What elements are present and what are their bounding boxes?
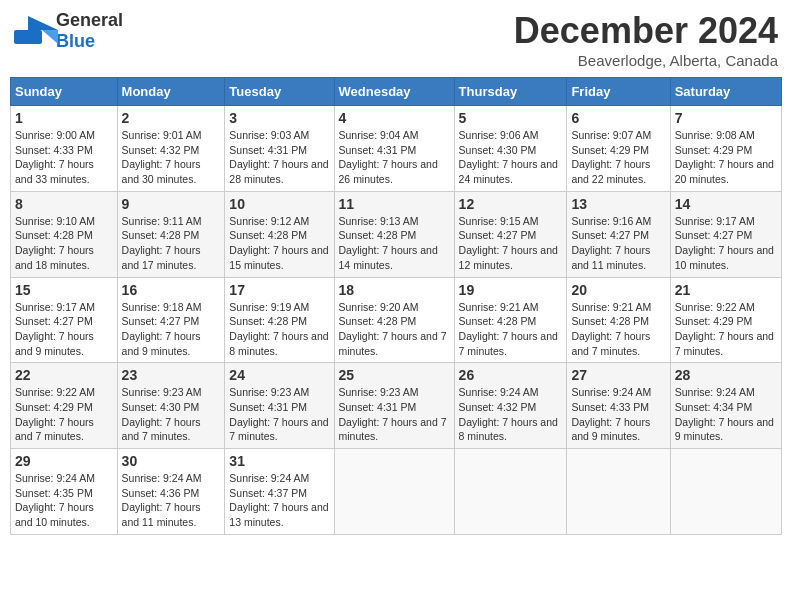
day-cell: 3 Sunrise: 9:03 AM Sunset: 4:31 PM Dayli… bbox=[225, 106, 334, 192]
day-number: 6 bbox=[571, 110, 665, 126]
header-saturday: Saturday bbox=[670, 78, 781, 106]
day-number: 2 bbox=[122, 110, 221, 126]
day-info: Sunrise: 9:19 AM Sunset: 4:28 PM Dayligh… bbox=[229, 300, 329, 359]
calendar-body: 1 Sunrise: 9:00 AM Sunset: 4:33 PM Dayli… bbox=[11, 106, 782, 535]
calendar-table: SundayMondayTuesdayWednesdayThursdayFrid… bbox=[10, 77, 782, 535]
page-header: General Blue December 2024 Beaverlodge, … bbox=[10, 10, 782, 69]
day-info: Sunrise: 9:22 AM Sunset: 4:29 PM Dayligh… bbox=[675, 300, 777, 359]
day-number: 27 bbox=[571, 367, 665, 383]
day-info: Sunrise: 9:24 AM Sunset: 4:36 PM Dayligh… bbox=[122, 471, 221, 530]
logo-blue: Blue bbox=[56, 31, 95, 51]
week-row-1: 1 Sunrise: 9:00 AM Sunset: 4:33 PM Dayli… bbox=[11, 106, 782, 192]
day-cell: 7 Sunrise: 9:08 AM Sunset: 4:29 PM Dayli… bbox=[670, 106, 781, 192]
day-cell: 9 Sunrise: 9:11 AM Sunset: 4:28 PM Dayli… bbox=[117, 191, 225, 277]
day-number: 31 bbox=[229, 453, 329, 469]
day-cell: 25 Sunrise: 9:23 AM Sunset: 4:31 PM Dayl… bbox=[334, 363, 454, 449]
day-cell bbox=[670, 449, 781, 535]
day-cell: 18 Sunrise: 9:20 AM Sunset: 4:28 PM Dayl… bbox=[334, 277, 454, 363]
day-cell: 22 Sunrise: 9:22 AM Sunset: 4:29 PM Dayl… bbox=[11, 363, 118, 449]
day-info: Sunrise: 9:07 AM Sunset: 4:29 PM Dayligh… bbox=[571, 128, 665, 187]
day-cell: 2 Sunrise: 9:01 AM Sunset: 4:32 PM Dayli… bbox=[117, 106, 225, 192]
day-cell: 20 Sunrise: 9:21 AM Sunset: 4:28 PM Dayl… bbox=[567, 277, 670, 363]
day-info: Sunrise: 9:04 AM Sunset: 4:31 PM Dayligh… bbox=[339, 128, 450, 187]
day-number: 21 bbox=[675, 282, 777, 298]
svg-marker-2 bbox=[42, 30, 58, 44]
day-number: 5 bbox=[459, 110, 563, 126]
day-number: 18 bbox=[339, 282, 450, 298]
day-cell bbox=[334, 449, 454, 535]
day-number: 16 bbox=[122, 282, 221, 298]
day-cell: 30 Sunrise: 9:24 AM Sunset: 4:36 PM Dayl… bbox=[117, 449, 225, 535]
header-monday: Monday bbox=[117, 78, 225, 106]
day-info: Sunrise: 9:17 AM Sunset: 4:27 PM Dayligh… bbox=[675, 214, 777, 273]
header-thursday: Thursday bbox=[454, 78, 567, 106]
day-info: Sunrise: 9:06 AM Sunset: 4:30 PM Dayligh… bbox=[459, 128, 563, 187]
day-number: 22 bbox=[15, 367, 113, 383]
day-number: 20 bbox=[571, 282, 665, 298]
day-cell: 8 Sunrise: 9:10 AM Sunset: 4:28 PM Dayli… bbox=[11, 191, 118, 277]
week-row-4: 22 Sunrise: 9:22 AM Sunset: 4:29 PM Dayl… bbox=[11, 363, 782, 449]
day-cell: 13 Sunrise: 9:16 AM Sunset: 4:27 PM Dayl… bbox=[567, 191, 670, 277]
day-info: Sunrise: 9:24 AM Sunset: 4:37 PM Dayligh… bbox=[229, 471, 329, 530]
day-info: Sunrise: 9:18 AM Sunset: 4:27 PM Dayligh… bbox=[122, 300, 221, 359]
day-number: 10 bbox=[229, 196, 329, 212]
logo-text: General Blue bbox=[56, 10, 123, 52]
day-number: 19 bbox=[459, 282, 563, 298]
day-number: 3 bbox=[229, 110, 329, 126]
day-cell: 12 Sunrise: 9:15 AM Sunset: 4:27 PM Dayl… bbox=[454, 191, 567, 277]
week-row-2: 8 Sunrise: 9:10 AM Sunset: 4:28 PM Dayli… bbox=[11, 191, 782, 277]
day-info: Sunrise: 9:23 AM Sunset: 4:31 PM Dayligh… bbox=[229, 385, 329, 444]
day-number: 17 bbox=[229, 282, 329, 298]
day-info: Sunrise: 9:23 AM Sunset: 4:30 PM Dayligh… bbox=[122, 385, 221, 444]
svg-marker-1 bbox=[28, 16, 58, 30]
day-info: Sunrise: 9:08 AM Sunset: 4:29 PM Dayligh… bbox=[675, 128, 777, 187]
day-info: Sunrise: 9:13 AM Sunset: 4:28 PM Dayligh… bbox=[339, 214, 450, 273]
day-info: Sunrise: 9:16 AM Sunset: 4:27 PM Dayligh… bbox=[571, 214, 665, 273]
day-number: 8 bbox=[15, 196, 113, 212]
day-cell: 26 Sunrise: 9:24 AM Sunset: 4:32 PM Dayl… bbox=[454, 363, 567, 449]
day-cell: 14 Sunrise: 9:17 AM Sunset: 4:27 PM Dayl… bbox=[670, 191, 781, 277]
day-cell: 24 Sunrise: 9:23 AM Sunset: 4:31 PM Dayl… bbox=[225, 363, 334, 449]
day-info: Sunrise: 9:11 AM Sunset: 4:28 PM Dayligh… bbox=[122, 214, 221, 273]
calendar-header-row: SundayMondayTuesdayWednesdayThursdayFrid… bbox=[11, 78, 782, 106]
logo-icon bbox=[14, 16, 54, 46]
day-cell: 21 Sunrise: 9:22 AM Sunset: 4:29 PM Dayl… bbox=[670, 277, 781, 363]
day-number: 15 bbox=[15, 282, 113, 298]
week-row-3: 15 Sunrise: 9:17 AM Sunset: 4:27 PM Dayl… bbox=[11, 277, 782, 363]
day-info: Sunrise: 9:24 AM Sunset: 4:34 PM Dayligh… bbox=[675, 385, 777, 444]
day-cell: 16 Sunrise: 9:18 AM Sunset: 4:27 PM Dayl… bbox=[117, 277, 225, 363]
day-number: 13 bbox=[571, 196, 665, 212]
logo-general: General bbox=[56, 10, 123, 30]
day-info: Sunrise: 9:24 AM Sunset: 4:32 PM Dayligh… bbox=[459, 385, 563, 444]
day-number: 4 bbox=[339, 110, 450, 126]
day-cell: 5 Sunrise: 9:06 AM Sunset: 4:30 PM Dayli… bbox=[454, 106, 567, 192]
day-info: Sunrise: 9:01 AM Sunset: 4:32 PM Dayligh… bbox=[122, 128, 221, 187]
day-info: Sunrise: 9:00 AM Sunset: 4:33 PM Dayligh… bbox=[15, 128, 113, 187]
day-number: 29 bbox=[15, 453, 113, 469]
day-number: 28 bbox=[675, 367, 777, 383]
day-number: 24 bbox=[229, 367, 329, 383]
day-info: Sunrise: 9:21 AM Sunset: 4:28 PM Dayligh… bbox=[459, 300, 563, 359]
day-number: 1 bbox=[15, 110, 113, 126]
header-friday: Friday bbox=[567, 78, 670, 106]
week-row-5: 29 Sunrise: 9:24 AM Sunset: 4:35 PM Dayl… bbox=[11, 449, 782, 535]
day-cell: 10 Sunrise: 9:12 AM Sunset: 4:28 PM Dayl… bbox=[225, 191, 334, 277]
day-cell bbox=[454, 449, 567, 535]
day-cell: 6 Sunrise: 9:07 AM Sunset: 4:29 PM Dayli… bbox=[567, 106, 670, 192]
day-number: 7 bbox=[675, 110, 777, 126]
day-cell: 19 Sunrise: 9:21 AM Sunset: 4:28 PM Dayl… bbox=[454, 277, 567, 363]
day-number: 25 bbox=[339, 367, 450, 383]
day-info: Sunrise: 9:17 AM Sunset: 4:27 PM Dayligh… bbox=[15, 300, 113, 359]
day-info: Sunrise: 9:24 AM Sunset: 4:33 PM Dayligh… bbox=[571, 385, 665, 444]
day-info: Sunrise: 9:10 AM Sunset: 4:28 PM Dayligh… bbox=[15, 214, 113, 273]
day-number: 12 bbox=[459, 196, 563, 212]
day-cell: 17 Sunrise: 9:19 AM Sunset: 4:28 PM Dayl… bbox=[225, 277, 334, 363]
day-info: Sunrise: 9:15 AM Sunset: 4:27 PM Dayligh… bbox=[459, 214, 563, 273]
svg-rect-0 bbox=[14, 30, 42, 44]
day-number: 23 bbox=[122, 367, 221, 383]
day-cell: 31 Sunrise: 9:24 AM Sunset: 4:37 PM Dayl… bbox=[225, 449, 334, 535]
day-cell: 29 Sunrise: 9:24 AM Sunset: 4:35 PM Dayl… bbox=[11, 449, 118, 535]
day-number: 11 bbox=[339, 196, 450, 212]
header-tuesday: Tuesday bbox=[225, 78, 334, 106]
day-info: Sunrise: 9:12 AM Sunset: 4:28 PM Dayligh… bbox=[229, 214, 329, 273]
